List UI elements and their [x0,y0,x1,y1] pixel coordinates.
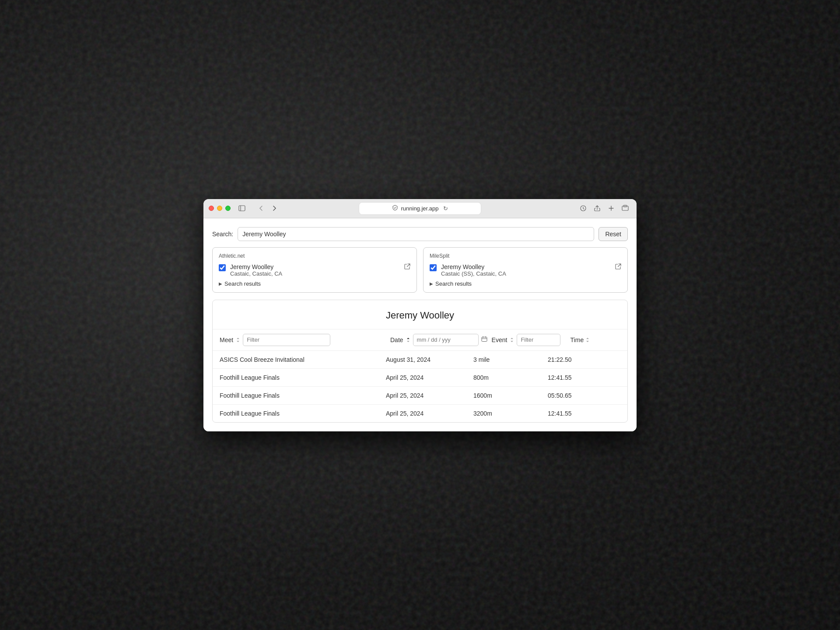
cell-time: 12:41.55 [548,374,620,381]
cell-date: April 25, 2024 [386,392,473,399]
browser-nav [255,202,280,214]
time-sort-icon[interactable] [585,337,590,343]
meet-filter-input[interactable] [243,334,330,346]
maximize-button[interactable] [225,206,231,211]
athletic-net-panel: Athletic.net Jeremy Woolley Castaic, Cas… [212,247,417,293]
meet-sort-icon[interactable] [236,337,240,343]
milesplit-panel: MileSplit Jeremy Woolley Castaic (SS), C… [423,247,628,293]
table-body: ASICS Cool Breeze Invitational August 31… [213,351,627,422]
athletic-net-search-results-label: Search results [224,280,261,287]
athletic-net-athlete-name: Jeremy Woolley [230,263,400,270]
cell-meet: Foothill League Finals [220,410,386,417]
table-row: Foothill League Finals April 25, 2024 80… [213,369,627,387]
date-column-label: Date [390,336,403,343]
event-filter-input[interactable] [517,334,560,346]
close-button[interactable] [209,206,214,211]
share-icon[interactable] [591,202,603,214]
athletic-net-external-link[interactable] [404,263,410,271]
cell-date: April 25, 2024 [386,374,473,381]
minimize-button[interactable] [217,206,222,211]
event-sort-icon[interactable] [510,337,514,343]
address-bar-container: running.jer.app ↻ [359,202,481,215]
cell-time: 05:50.65 [548,392,620,399]
toolbar-icons [577,202,631,214]
cell-meet: Foothill League Finals [220,374,386,381]
milesplit-athlete-row: Jeremy Woolley Castaic (SS), Castaic, CA [430,263,621,277]
calendar-icon[interactable] [481,336,487,343]
results-container: Jeremy Woolley Meet Date [212,300,628,423]
col-event-header: Event [492,334,566,346]
url-text: running.jer.app [401,205,438,212]
tabs-icon[interactable] [619,202,631,214]
athletic-net-checkbox[interactable] [219,264,226,271]
time-column-label: Time [570,336,584,343]
browser-content: Search: Reset Athletic.net Jeremy Woolle… [203,218,637,431]
cell-date: April 25, 2024 [386,410,473,417]
security-icon [392,205,398,212]
svg-rect-0 [239,206,245,211]
milesplit-athlete-location: Castaic (SS), Castaic, CA [441,270,611,277]
col-meet-header: Meet [220,334,386,346]
milesplit-search-results-label: Search results [435,280,472,287]
table-row: Foothill League Finals April 25, 2024 32… [213,405,627,422]
reset-button[interactable]: Reset [598,227,628,241]
meet-column-label: Meet [220,336,233,343]
browser-titlebar: running.jer.app ↻ [203,199,637,218]
cell-event: 3 mile [473,356,548,363]
traffic-lights [209,206,231,211]
address-bar[interactable]: running.jer.app ↻ [359,202,481,215]
back-button[interactable] [255,202,267,214]
event-column-label: Event [492,336,508,343]
col-date-header: Date [390,334,487,346]
sidebar-icon[interactable] [236,202,248,214]
source-panels: Athletic.net Jeremy Woolley Castaic, Cas… [212,247,628,293]
table-row: ASICS Cool Breeze Invitational August 31… [213,351,627,369]
search-input[interactable] [238,227,594,241]
cell-event: 3200m [473,410,548,417]
milesplit-athlete-name: Jeremy Woolley [441,263,611,270]
athletic-net-athlete-location: Castaic, Castaic, CA [230,270,400,277]
athletic-net-athlete-row: Jeremy Woolley Castaic, Castaic, CA [219,263,410,277]
milesplit-search-results-toggle[interactable]: ▶ Search results [430,280,621,287]
milesplit-title: MileSplit [430,253,621,259]
athletic-net-title: Athletic.net [219,253,410,259]
cell-event: 800m [473,374,548,381]
milesplit-checkbox[interactable] [430,264,437,271]
milesplit-toggle-arrow-icon: ▶ [430,281,433,286]
reload-icon[interactable]: ↻ [443,205,448,212]
search-bar: Search: Reset [212,227,628,241]
forward-button[interactable] [268,202,280,214]
table-header: Meet Date [213,329,627,351]
table-row: Foothill League Finals April 25, 2024 16… [213,387,627,405]
cell-meet: Foothill League Finals [220,392,386,399]
cell-time: 21:22.50 [548,356,620,363]
cell-time: 12:41.55 [548,410,620,417]
search-label: Search: [212,231,233,238]
history-icon[interactable] [577,202,589,214]
milesplit-external-link[interactable] [615,263,621,271]
col-time-header: Time [570,336,620,343]
new-tab-icon[interactable] [605,202,617,214]
results-athlete-name: Jeremy Woolley [213,300,627,329]
date-filter-input[interactable] [413,334,479,346]
athletic-net-athlete-info: Jeremy Woolley Castaic, Castaic, CA [230,263,400,277]
milesplit-athlete-info: Jeremy Woolley Castaic (SS), Castaic, CA [441,263,611,277]
toggle-arrow-icon: ▶ [219,281,222,286]
svg-rect-5 [482,337,487,342]
cell-event: 1600m [473,392,548,399]
cell-date: August 31, 2024 [386,356,473,363]
cell-meet: ASICS Cool Breeze Invitational [220,356,386,363]
browser-window: running.jer.app ↻ [203,199,637,431]
athletic-net-search-results-toggle[interactable]: ▶ Search results [219,280,410,287]
date-sort-icon[interactable] [406,337,410,343]
